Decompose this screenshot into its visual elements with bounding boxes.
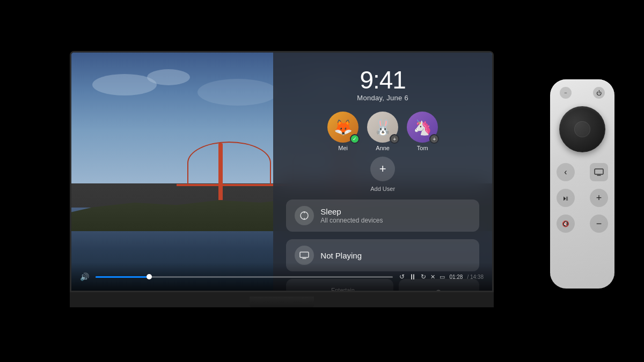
skip-forward-icon[interactable]: ↻ (421, 273, 426, 280)
sleep-text: Sleep All connected devices (320, 207, 383, 224)
minus-icon: − (564, 90, 567, 95)
trackpad-inner (574, 121, 590, 137)
svg-rect-3 (300, 252, 309, 257)
sleep-icon (295, 206, 314, 225)
power-icon: ⏻ (596, 90, 602, 96)
not-playing-label: Not Playing (320, 251, 362, 260)
remote-trackpad[interactable] (559, 106, 605, 152)
play-pause-remote-icon: ⏯ (562, 194, 569, 202)
user-item-tom[interactable]: 🦄 + Tom (407, 112, 438, 151)
remote-play-row: ⏯ + (557, 189, 608, 207)
user-name-tom: Tom (417, 145, 428, 151)
users-section: 🦊 ✓ Mei 🐰 + Anne (286, 112, 479, 192)
progress-fill (96, 276, 149, 278)
total-time: / 14:38 (467, 274, 484, 280)
time-section: 9:41 Monday, June 6 (286, 68, 479, 102)
remote-volume-up-button[interactable]: + (590, 189, 608, 207)
user-avatar-tom: 🦄 + (407, 112, 438, 143)
tv-screen: 9:41 Monday, June 6 🦊 ✓ Mei (70, 51, 494, 292)
screen-icon (594, 168, 604, 176)
tv-stand (70, 292, 494, 307)
clock-time: 9:41 (286, 68, 479, 92)
tv-container: 9:41 Monday, June 6 🦊 ✓ Mei (70, 51, 494, 308)
user-active-indicator-mei: ✓ (350, 134, 360, 144)
user-item-mei[interactable]: 🦊 ✓ Mei (327, 112, 358, 151)
volume-icon[interactable]: 🔊 (80, 272, 89, 281)
sleep-subtitle: All connected devices (320, 217, 383, 224)
stand-neck (250, 297, 314, 307)
user-add-indicator-tom: + (429, 134, 439, 144)
progress-bar[interactable] (96, 276, 393, 278)
add-user-label: Add User (370, 186, 395, 192)
user-add-indicator-anne: + (390, 134, 399, 144)
remote-screen-button[interactable] (590, 163, 608, 181)
users-row: 🦊 ✓ Mei 🐰 + Anne (327, 112, 438, 151)
bridge-cable-left (187, 142, 272, 184)
not-playing-icon (295, 246, 314, 265)
svg-rect-8 (595, 169, 603, 174)
svg-point-6 (436, 291, 442, 292)
skip-back-icon[interactable]: ↺ (399, 273, 405, 280)
video-controls: 🔊 ↺ ⏸ ↻ ✕ ▭ 01:28 / 14:38 (71, 263, 492, 291)
airplay-video-icon[interactable]: ▭ (440, 274, 445, 280)
remote-nav-row: ‹ (557, 163, 608, 181)
remote-play-pause-button[interactable]: ⏯ (557, 189, 575, 207)
sleep-button[interactable]: Sleep All connected devices (286, 200, 479, 232)
user-name-anne: Anne (376, 145, 390, 151)
remote-body: − ⏻ ‹ ⏯ (550, 79, 614, 289)
subtitle-icon[interactable]: ✕ (430, 274, 435, 280)
control-center-panel: 9:41 Monday, June 6 🦊 ✓ Mei (273, 53, 492, 291)
remote-control: − ⏻ ‹ ⏯ (550, 79, 614, 289)
remote-minus-top-button[interactable]: − (560, 87, 572, 99)
volume-down-icon: − (596, 218, 602, 230)
panel-content: 9:41 Monday, June 6 🦊 ✓ Mei (273, 53, 492, 291)
remote-top-bar: − ⏻ (560, 87, 605, 99)
add-user-button[interactable]: + (370, 157, 395, 181)
remote-back-button[interactable]: ‹ (557, 163, 575, 181)
remote-mute-button[interactable]: 🔇 (557, 215, 575, 233)
add-user-plus-icon: + (379, 162, 386, 176)
play-pause-icon[interactable]: ⏸ (409, 272, 416, 281)
remote-mute-row: 🔇 − (557, 215, 608, 233)
remote-power-button[interactable]: ⏻ (593, 87, 605, 99)
clock-date: Monday, June 6 (286, 94, 479, 102)
progress-thumb (147, 274, 152, 279)
user-name-mei: Mei (338, 145, 348, 151)
user-avatar-anne: 🐰 + (367, 112, 398, 143)
mute-icon: 🔇 (562, 220, 569, 227)
back-chevron-icon: ‹ (564, 167, 567, 177)
user-item-anne[interactable]: 🐰 + Anne (367, 112, 398, 151)
user-avatar-mei: 🦊 ✓ (327, 112, 358, 143)
sleep-title: Sleep (320, 207, 383, 216)
volume-up-icon: + (596, 193, 602, 204)
remote-volume-down-button[interactable]: − (590, 215, 608, 233)
current-time: 01:28 (449, 274, 463, 280)
